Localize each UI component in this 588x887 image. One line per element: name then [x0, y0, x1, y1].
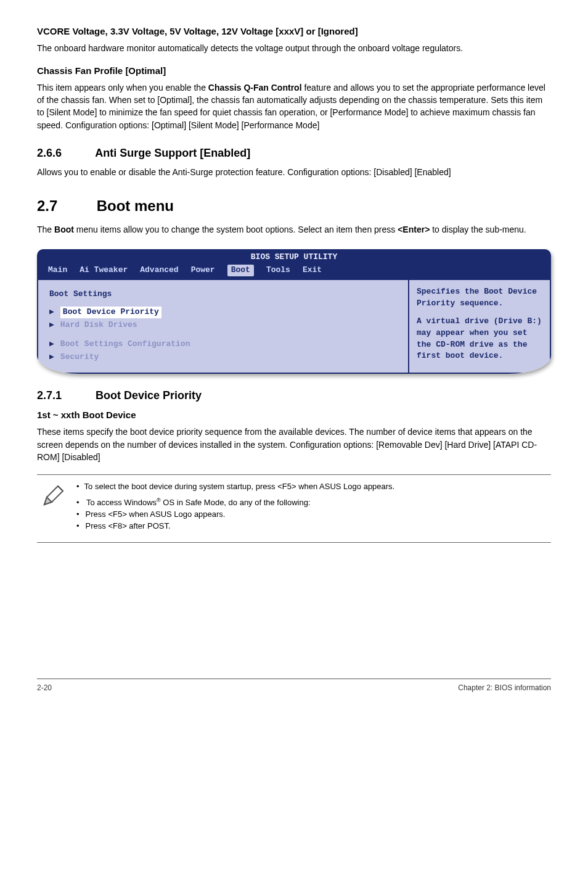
bios-item-boot-device-priority: ▶ Boot Device Priority: [49, 307, 397, 318]
bios-title: BIOS SETUP UTILITY: [43, 252, 545, 263]
bios-tab-power: Power: [191, 265, 215, 276]
bios-tab-ai-tweaker: Ai Tweaker: [80, 265, 128, 276]
section-271-title: Boot Device Priority: [96, 389, 202, 402]
bios-item-security: ▶ Security: [49, 352, 397, 363]
bios-tab-boot: Boot: [227, 265, 254, 276]
bios-tab-advanced: Advanced: [140, 265, 178, 276]
vcore-body: The onboard hardware monitor automatical…: [37, 42, 551, 54]
note-sub-2: Press <F8> after POST.: [76, 521, 547, 532]
section-266-body: Allows you to enable or disable the Anti…: [37, 166, 551, 178]
note-body: To select the boot device during system …: [76, 481, 547, 536]
registered-icon: ®: [157, 497, 161, 503]
bios-item-label: Security: [60, 352, 99, 363]
bios-help-text-2: A virtual drive (Drive B:) may appear wh…: [417, 316, 542, 362]
footer-chapter: Chapter 2: BIOS information: [458, 683, 551, 693]
boot-device-body: These items specify the boot device prio…: [37, 426, 551, 463]
section-271-heading: 2.7.1 Boot Device Priority: [37, 387, 551, 403]
triangle-right-icon: ▶: [49, 307, 54, 318]
bios-tabs: Main Ai Tweaker Advanced Power Boot Tool…: [43, 265, 545, 276]
footer-page-number: 2-20: [37, 683, 52, 693]
page-footer: 2-20 Chapter 2: BIOS information: [37, 679, 551, 693]
chassis-fan-heading: Chassis Fan Profile [Optimal]: [37, 64, 551, 78]
bios-help-panel: Specifies the Boot Device Priority seque…: [408, 280, 550, 373]
section-266-heading: 2.6.6 Anti Surge Support [Enabled]: [37, 145, 551, 161]
section-27-num: 2.7: [37, 196, 92, 217]
vcore-heading: VCORE Voltage, 3.3V Voltage, 5V Voltage,…: [37, 25, 551, 38]
bios-item-boot-settings-config: ▶ Boot Settings Configuration: [49, 339, 397, 350]
bios-item-label: Hard Disk Drives: [60, 320, 137, 331]
section-27-heading: 2.7 Boot menu: [37, 196, 551, 217]
boot-device-heading: 1st ~ xxth Boot Device: [37, 408, 551, 422]
section-266-title: Anti Surge Support [Enabled]: [95, 147, 250, 159]
note-sub-1: Press <F5> when ASUS Logo appears.: [76, 509, 547, 521]
bios-item-hard-disk-drives: ▶ Hard Disk Drives: [49, 320, 397, 331]
section-266-num: 2.6.6: [37, 145, 92, 161]
bios-item-label: Boot Settings Configuration: [60, 339, 190, 350]
bios-spacer: [49, 332, 397, 339]
bios-screenshot: BIOS SETUP UTILITY Main Ai Tweaker Advan…: [37, 249, 551, 374]
note-bullet-2: To access Windows® OS in Safe Mode, do a…: [76, 497, 547, 532]
bios-tab-tools: Tools: [266, 265, 290, 276]
triangle-right-icon: ▶: [49, 352, 54, 363]
bios-left-panel: Boot Settings ▶ Boot Device Priority ▶ H…: [38, 280, 408, 373]
bios-group-title: Boot Settings: [49, 289, 397, 300]
section-27-body: The Boot menu items allow you to change …: [37, 223, 551, 236]
bios-tab-exit: Exit: [303, 265, 322, 276]
bios-header: BIOS SETUP UTILITY Main Ai Tweaker Advan…: [37, 249, 551, 280]
note-box: To select the boot device during system …: [37, 474, 551, 543]
triangle-right-icon: ▶: [49, 339, 54, 350]
triangle-right-icon: ▶: [49, 320, 54, 331]
chassis-fan-body: This item appears only when you enable t…: [37, 81, 551, 131]
bios-help-text-1: Specifies the Boot Device Priority seque…: [417, 286, 542, 310]
bios-item-label: Boot Device Priority: [60, 307, 161, 318]
note-bullet-1: To select the boot device during system …: [76, 481, 547, 493]
section-271-num: 2.7.1: [37, 387, 92, 403]
svg-line-0: [58, 486, 63, 491]
bios-tab-main: Main: [48, 265, 67, 276]
pencil-icon: [41, 481, 65, 511]
bios-body: Boot Settings ▶ Boot Device Priority ▶ H…: [37, 280, 551, 374]
section-27-title: Boot menu: [97, 197, 174, 214]
